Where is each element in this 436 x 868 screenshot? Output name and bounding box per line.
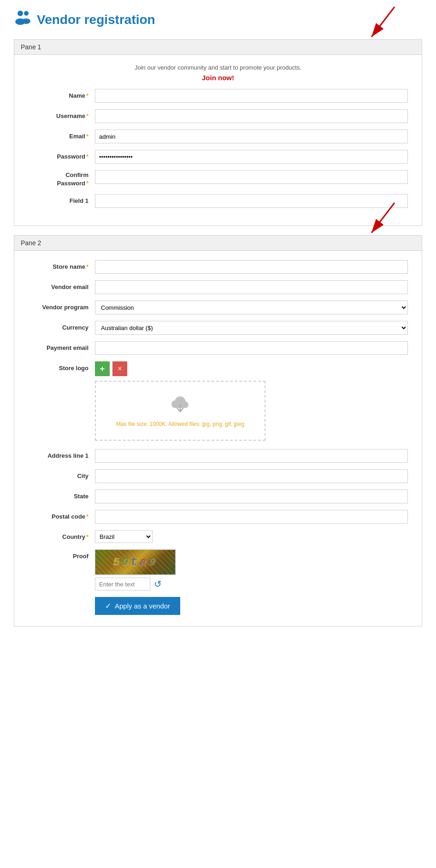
email-row: Email*: [28, 130, 408, 143]
pane2-body: Store name* Vendor email Vendor program: [14, 251, 422, 626]
remove-logo-button[interactable]: ×: [112, 361, 127, 376]
confirm-password-row: ConfirmPassword*: [28, 170, 408, 188]
pane2: Pane 2 Store name* Vendor email: [14, 235, 422, 626]
city-input[interactable]: [95, 469, 408, 483]
username-required-star: *: [86, 112, 88, 119]
password-required-star: *: [86, 153, 88, 160]
store-logo-row: Store logo + ×: [28, 361, 408, 443]
state-label: State: [28, 490, 95, 501]
store-logo-wrap: + × Max: [95, 361, 408, 443]
vendor-program-select[interactable]: Commission Subscription Per product: [95, 301, 408, 314]
postal-code-input[interactable]: [95, 510, 408, 524]
proof-label: Proof: [28, 549, 95, 561]
store-logo-label: Store logo: [28, 361, 95, 372]
logo-buttons: + ×: [95, 361, 408, 376]
store-name-input[interactable]: [95, 260, 408, 274]
currency-label: Currency: [28, 321, 95, 332]
country-select-wrap: Brazil United States Australia United Ki…: [95, 530, 153, 543]
pane2-wrapper: Pane 2 Store name* Vendor email: [14, 235, 422, 626]
address-row: Address line 1: [28, 449, 408, 463]
name-required-star: *: [86, 92, 88, 99]
postal-code-row: Postal code*: [28, 510, 408, 524]
pane1-body: Join our vendor community and start to p…: [14, 55, 422, 225]
pane1-wrapper: Pane 1 Join our vendor community and sta…: [14, 39, 422, 226]
address-input[interactable]: [95, 449, 408, 463]
upload-info-text: Max file size: 1000K. Allowed files: jpg…: [116, 421, 244, 427]
join-now-text: Join now!: [28, 74, 408, 82]
postal-code-required-star: *: [86, 513, 88, 520]
address-label: Address line 1: [28, 449, 95, 460]
country-row: Country* Brazil United States Australia …: [28, 530, 408, 543]
svg-point-0: [18, 11, 23, 16]
vendor-email-row: Vendor email: [28, 280, 408, 294]
confirm-password-input[interactable]: [95, 170, 408, 184]
apply-button-label: Apply as a vendor: [115, 602, 170, 610]
country-select[interactable]: Brazil United States Australia United Ki…: [95, 530, 153, 543]
page-title-section: Vendor registration: [14, 9, 422, 30]
captcha-text-display: 59ta9: [113, 556, 158, 568]
password-row: Password*: [28, 150, 408, 164]
name-label: Name*: [28, 89, 95, 100]
pane1-header: Pane 1: [14, 40, 422, 55]
name-input[interactable]: [95, 89, 408, 103]
vendor-email-label: Vendor email: [28, 280, 95, 291]
store-name-row: Store name*: [28, 260, 408, 274]
currency-select[interactable]: Australian dollar ($) US Dollar ($) Euro…: [95, 321, 408, 335]
store-name-label: Store name*: [28, 260, 95, 271]
name-row: Name*: [28, 89, 408, 103]
vendor-program-label: Vendor program: [28, 301, 95, 312]
captcha-input[interactable]: [95, 578, 150, 590]
state-row: State: [28, 490, 408, 503]
email-input[interactable]: [95, 130, 408, 143]
username-label: Username*: [28, 109, 95, 120]
postal-code-label: Postal code*: [28, 510, 95, 521]
pane1: Pane 1 Join our vendor community and sta…: [14, 39, 422, 226]
vendor-icon: [14, 9, 32, 30]
confirm-password-label: ConfirmPassword*: [28, 170, 95, 188]
upload-cloud-icon: [169, 395, 191, 417]
store-name-required-star: *: [86, 263, 88, 270]
vendor-program-row: Vendor program Commission Subscription P…: [28, 301, 408, 314]
field1-row: Field 1: [28, 194, 408, 208]
captcha-input-row: ↺: [95, 578, 176, 590]
email-required-star: *: [86, 133, 88, 140]
state-input[interactable]: [95, 490, 408, 503]
captcha-refresh-icon[interactable]: ↺: [154, 579, 162, 590]
country-required-star: *: [86, 533, 88, 540]
email-label: Email*: [28, 130, 95, 141]
password-input[interactable]: [95, 150, 408, 164]
field1-label: Field 1: [28, 194, 95, 205]
add-logo-button[interactable]: +: [95, 361, 110, 376]
confirm-password-required-star: *: [86, 180, 88, 187]
svg-point-1: [24, 11, 29, 16]
username-input[interactable]: [95, 109, 408, 123]
country-label: Country*: [28, 530, 95, 541]
upload-dropzone[interactable]: Max file size: 1000K. Allowed files: jpg…: [95, 381, 265, 441]
captcha-image: 59ta9: [95, 549, 176, 575]
payment-email-row: Payment email: [28, 341, 408, 355]
username-row: Username*: [28, 109, 408, 123]
intro-text: Join our vendor community and start to p…: [28, 64, 408, 71]
apply-vendor-button[interactable]: ✓ Apply as a vendor: [95, 597, 180, 615]
password-label: Password*: [28, 150, 95, 161]
currency-row: Currency Australian dollar ($) US Dollar…: [28, 321, 408, 335]
payment-email-input[interactable]: [95, 341, 408, 355]
field1-input[interactable]: [95, 194, 408, 208]
page-heading: Vendor registration: [37, 12, 155, 27]
proof-row: Proof 59ta9 ↺: [28, 549, 408, 590]
pane2-header: Pane 2: [14, 236, 422, 251]
captcha-area: 59ta9 ↺: [95, 549, 176, 590]
city-row: City: [28, 469, 408, 483]
svg-point-3: [22, 18, 30, 24]
payment-email-label: Payment email: [28, 341, 95, 352]
vendor-email-input[interactable]: [95, 280, 408, 294]
apply-checkmark-icon: ✓: [105, 602, 111, 610]
city-label: City: [28, 469, 95, 480]
